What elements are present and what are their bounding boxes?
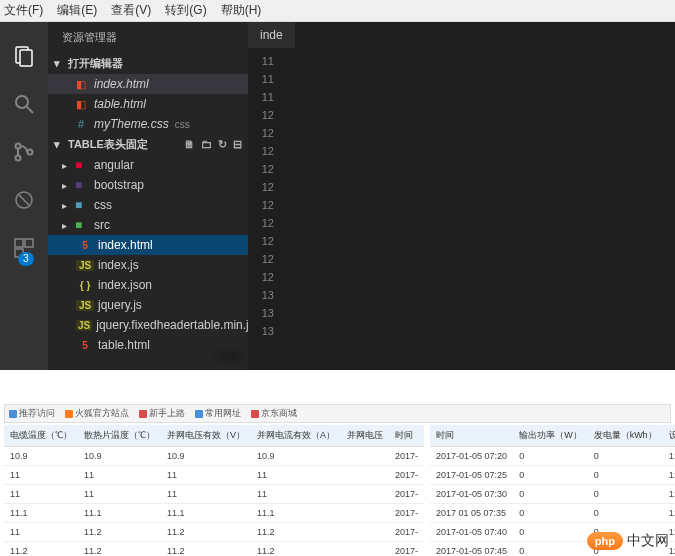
table-cell: 2017- bbox=[389, 466, 424, 485]
table-cell: 11.1 bbox=[4, 504, 78, 523]
column-header[interactable]: 电缆温度（℃） bbox=[4, 425, 78, 447]
file-item[interactable]: { } index.json bbox=[48, 275, 248, 295]
menu-help[interactable]: 帮助(H) bbox=[221, 2, 262, 19]
table-cell: 11.3 bbox=[663, 485, 675, 504]
table-row[interactable]: 11.111.111.111.12017- bbox=[4, 504, 424, 523]
new-folder-icon[interactable]: 🗀 bbox=[201, 138, 212, 151]
line-number: 12 bbox=[254, 142, 274, 160]
column-header[interactable]: 散热片温度（℃） bbox=[78, 425, 161, 447]
table-cell: 0 bbox=[513, 504, 588, 523]
line-number: 11 bbox=[254, 52, 274, 70]
section-actions: 🗎 🗀 ↻ ⊟ bbox=[184, 138, 242, 151]
folder-icon: ■ bbox=[75, 198, 91, 212]
column-header[interactable]: 输出功率（W） bbox=[513, 425, 588, 447]
table-row[interactable]: 2017-01-05 07:300011.311.3 bbox=[430, 485, 675, 504]
sidebar-title: 资源管理器 bbox=[48, 22, 248, 53]
menu-goto[interactable]: 转到(G) bbox=[165, 2, 206, 19]
file-item[interactable]: 5 index.html bbox=[48, 235, 248, 255]
bookmark-item[interactable]: 火狐官方站点 bbox=[65, 407, 129, 420]
refresh-icon[interactable]: ↻ bbox=[218, 138, 227, 151]
folder-item[interactable]: ▸ ■ src bbox=[48, 215, 248, 235]
table-cell: 11.3 bbox=[663, 447, 675, 466]
file-item[interactable]: JS index.js bbox=[48, 255, 248, 275]
bookmark-item[interactable]: 京东商城 bbox=[251, 407, 297, 420]
file-name: index.json bbox=[98, 278, 152, 292]
column-header[interactable]: 并网电压有效（V） bbox=[161, 425, 251, 447]
line-number: 12 bbox=[254, 124, 274, 142]
table-cell: 11.1 bbox=[78, 504, 161, 523]
new-file-icon[interactable]: 🗎 bbox=[184, 138, 195, 151]
folder-item[interactable]: ▸ ■ bootstrap bbox=[48, 175, 248, 195]
folder-item[interactable]: ▸ ■ css bbox=[48, 195, 248, 215]
open-editor-item[interactable]: ◧ table.html bbox=[48, 94, 248, 114]
folder-item[interactable]: ▸ ■ angular bbox=[48, 155, 248, 175]
bookmark-item[interactable]: 推荐访问 bbox=[9, 407, 55, 420]
column-header[interactable]: 并网电压 bbox=[341, 425, 389, 447]
table-cell bbox=[341, 504, 389, 523]
file-name: table.html bbox=[94, 97, 146, 111]
table-cell: 11.2 bbox=[161, 523, 251, 542]
column-header[interactable]: 发电量（kWh） bbox=[588, 425, 663, 447]
table-cell: 11 bbox=[161, 485, 251, 504]
open-editor-item[interactable]: # myTheme.css css bbox=[48, 114, 248, 134]
file-item[interactable]: JS jquery.js bbox=[48, 295, 248, 315]
line-number: 12 bbox=[254, 178, 274, 196]
table-row[interactable]: 1111.211.211.22017- bbox=[4, 523, 424, 542]
open-editor-item[interactable]: ◧ index.html bbox=[48, 74, 248, 94]
extensions-badge: 3 bbox=[18, 252, 34, 266]
chevron-right-icon: ▸ bbox=[62, 200, 72, 211]
collapse-icon[interactable]: ⊟ bbox=[233, 138, 242, 151]
menu-edit[interactable]: 编辑(E) bbox=[57, 2, 97, 19]
line-number: 12 bbox=[254, 160, 274, 178]
menu-view[interactable]: 查看(V) bbox=[111, 2, 151, 19]
bookmark-item[interactable]: 常用网址 bbox=[195, 407, 241, 420]
table-cell: 11 bbox=[4, 466, 78, 485]
bookmark-label: 推荐访问 bbox=[19, 407, 55, 420]
table-cell: 11.2 bbox=[4, 542, 78, 557]
table-row[interactable]: 2017-01-05 07:250011.311.3 bbox=[430, 466, 675, 485]
table-row[interactable]: 11.211.211.211.22017- bbox=[4, 542, 424, 557]
table-cell: 2017-01-05 07:20 bbox=[430, 447, 513, 466]
php-logo-text: 中文网 bbox=[627, 532, 669, 550]
debug-icon[interactable] bbox=[10, 186, 38, 214]
table-row[interactable]: 2017 01 05 07:350011.411.4 bbox=[430, 504, 675, 523]
file-name: index.html bbox=[98, 238, 153, 252]
js-icon: JS bbox=[76, 260, 94, 271]
column-header[interactable]: 时间 bbox=[389, 425, 424, 447]
source-control-icon[interactable] bbox=[10, 138, 38, 166]
project-header[interactable]: ▾ TABLE表头固定 🗎 🗀 ↻ ⊟ bbox=[48, 134, 248, 155]
editor-tab[interactable]: inde bbox=[248, 22, 295, 48]
bookmark-label: 京东商城 bbox=[261, 407, 297, 420]
table-row[interactable]: 111111112017- bbox=[4, 485, 424, 504]
line-number: 12 bbox=[254, 214, 274, 232]
explorer-icon[interactable] bbox=[10, 42, 38, 70]
bookmark-item[interactable]: 新手上路 bbox=[139, 407, 185, 420]
column-header[interactable]: 时间 bbox=[430, 425, 513, 447]
file-name: table.html bbox=[98, 338, 150, 352]
table-cell: 10.9 bbox=[4, 447, 78, 466]
open-editors-header[interactable]: ▾ 打开编辑器 bbox=[48, 53, 248, 74]
column-header[interactable]: 并网电流有效（A） bbox=[251, 425, 341, 447]
svg-rect-1 bbox=[20, 50, 32, 66]
table-cell: 11 bbox=[4, 523, 78, 542]
html5-icon: ◧ bbox=[72, 78, 90, 91]
table-cell: 2017- bbox=[389, 504, 424, 523]
file-name: jquery.fixedheadertable.min.js bbox=[96, 318, 248, 332]
search-icon[interactable] bbox=[10, 90, 38, 118]
line-number: 11 bbox=[254, 88, 274, 106]
svg-point-2 bbox=[16, 96, 28, 108]
file-name: jquery.js bbox=[98, 298, 142, 312]
table-cell: 11 bbox=[251, 466, 341, 485]
table-cell bbox=[341, 466, 389, 485]
table-row[interactable]: 111111112017- bbox=[4, 466, 424, 485]
table-cell bbox=[341, 542, 389, 557]
table-row[interactable]: 2017-01-05 07:200011.311.3 bbox=[430, 447, 675, 466]
menu-file[interactable]: 文件(F) bbox=[4, 2, 43, 19]
column-header[interactable]: 设备温度（℃） bbox=[663, 425, 675, 447]
js-icon: JS bbox=[76, 300, 94, 311]
extensions-icon[interactable]: 3 bbox=[10, 234, 38, 262]
file-item[interactable]: JS jquery.fixedheadertable.min.js bbox=[48, 315, 248, 335]
table-cell: 11 bbox=[251, 485, 341, 504]
table-row[interactable]: 10.910.910.910.92017- bbox=[4, 447, 424, 466]
bookmark-label: 常用网址 bbox=[205, 407, 241, 420]
